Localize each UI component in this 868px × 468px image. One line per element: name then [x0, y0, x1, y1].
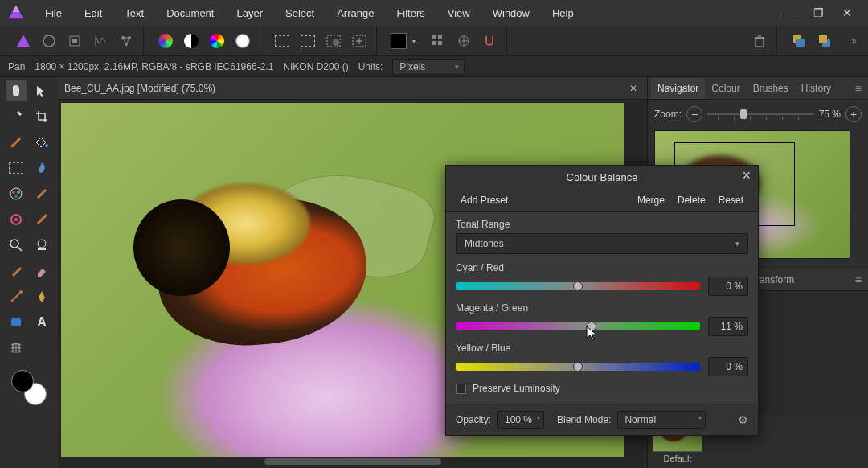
panel2-menu-icon[interactable]: ≡	[852, 273, 865, 286]
units-dropdown[interactable]: Pixels	[392, 59, 465, 75]
menu-select[interactable]: Select	[276, 2, 324, 24]
blend-mode-dropdown[interactable]: Normal	[617, 411, 706, 429]
arrange-front-icon[interactable]	[788, 31, 809, 51]
contrast-icon[interactable]	[181, 31, 202, 51]
svg-point-24	[12, 191, 15, 194]
eraser-tool-icon[interactable]	[31, 261, 52, 281]
cyan-red-slider[interactable]	[456, 282, 700, 290]
smudge-tool-icon[interactable]	[31, 158, 52, 179]
color-swatches[interactable]	[11, 370, 47, 405]
merge-button[interactable]: Merge	[631, 191, 671, 209]
text-tool-icon[interactable]: A	[31, 312, 52, 333]
menu-help[interactable]: Help	[542, 2, 583, 24]
tonal-range-label: Tonal Range	[456, 219, 748, 230]
gradient-tool-icon[interactable]	[31, 235, 52, 256]
mesh-warp-icon[interactable]	[6, 338, 27, 359]
foreground-color-swatch[interactable]	[11, 370, 34, 392]
menu-document[interactable]: Document	[157, 2, 223, 24]
add-preset-button[interactable]: Add Preset	[454, 191, 514, 209]
grid-icon[interactable]	[428, 31, 448, 51]
window-minimize-button[interactable]: —	[780, 3, 799, 23]
menu-edit[interactable]: Edit	[75, 2, 112, 24]
vector-brush-icon[interactable]	[6, 286, 27, 307]
clone-brush-icon[interactable]	[31, 183, 52, 204]
yellow-blue-slider[interactable]	[456, 363, 700, 371]
zoom-out-button[interactable]: −	[686, 106, 702, 122]
panel-menu-icon[interactable]: ≡	[852, 82, 865, 95]
pen-tool-icon[interactable]	[6, 261, 27, 281]
arrange-back-icon[interactable]	[814, 31, 835, 51]
hue-wheel-icon[interactable]	[207, 31, 227, 51]
fill-swatch-dropdown[interactable]: ▾	[388, 31, 409, 51]
dialog-settings-icon[interactable]: ⚙	[738, 413, 748, 426]
zoom-in-button[interactable]: +	[845, 106, 862, 122]
menu-view[interactable]: View	[438, 2, 480, 24]
opacity-dropdown[interactable]: 100 %	[497, 411, 544, 429]
window-maximize-button[interactable]: ❐	[809, 3, 828, 23]
healing-brush-icon[interactable]	[6, 209, 27, 230]
move-tool-icon[interactable]	[31, 80, 52, 101]
svg-rect-33	[11, 318, 21, 326]
horizontal-scrollbar[interactable]	[264, 458, 441, 465]
svg-rect-13	[438, 35, 442, 39]
svg-rect-21	[819, 35, 827, 43]
channels-icon[interactable]	[155, 31, 176, 51]
svg-rect-31	[38, 248, 46, 250]
persona-liquify-icon[interactable]	[39, 31, 59, 51]
crop-tool-icon[interactable]	[31, 106, 52, 127]
document-tab[interactable]: Bee_CU_AA.jpg [Modified] (75.0%)	[64, 83, 626, 94]
svg-point-30	[38, 240, 46, 248]
persona-photo-icon[interactable]	[13, 31, 34, 51]
document-tab-close-icon[interactable]: ✕	[626, 83, 641, 94]
zoom-tool-icon[interactable]	[6, 235, 27, 256]
menu-filters[interactable]: Filters	[387, 2, 434, 24]
selection-refine-icon[interactable]	[349, 31, 370, 51]
tab-brushes[interactable]: Brushes	[747, 78, 795, 99]
toolbar-overflow-icon[interactable]: »	[846, 35, 862, 47]
cyan-red-value[interactable]: 0 %	[708, 277, 748, 296]
trash-icon[interactable]	[749, 31, 770, 51]
delete-button[interactable]: Delete	[671, 191, 712, 209]
dialog-titlebar[interactable]: Colour Balance ✕	[446, 166, 758, 188]
yellow-blue-value[interactable]: 0 %	[708, 357, 748, 376]
preserve-luminosity-checkbox[interactable]	[456, 384, 466, 394]
menu-file[interactable]: File	[35, 2, 72, 24]
tonal-range-dropdown[interactable]: Midtones	[456, 233, 748, 254]
persona-export-icon[interactable]	[116, 31, 137, 51]
tab-colour[interactable]: Colour	[705, 78, 746, 99]
magnet-icon[interactable]	[479, 31, 500, 51]
zoom-slider[interactable]	[707, 109, 814, 120]
menubar: File Edit Text Document Layer Select Arr…	[0, 0, 868, 26]
tool-mode-label: Pan	[8, 61, 25, 72]
tab-history[interactable]: History	[795, 78, 837, 99]
menu-arrange[interactable]: Arrange	[327, 2, 383, 24]
window-close-button[interactable]: ✕	[837, 3, 857, 23]
soft-proof-icon[interactable]	[232, 31, 253, 51]
magenta-green-value[interactable]: 11 %	[708, 317, 748, 336]
dialog-close-icon[interactable]: ✕	[742, 169, 751, 182]
camera-info-label: NIKON D200 ()	[283, 61, 348, 72]
reset-button[interactable]: Reset	[712, 191, 750, 209]
inpaint-tool-icon[interactable]	[31, 209, 52, 230]
menu-window[interactable]: Window	[483, 2, 539, 24]
nib-tool-icon[interactable]	[31, 286, 52, 307]
hand-tool-icon[interactable]	[6, 80, 27, 101]
color-picker-icon[interactable]	[6, 106, 27, 127]
mixer-brush-icon[interactable]	[6, 183, 27, 204]
persona-develop-icon[interactable]	[64, 31, 85, 51]
tab-navigator[interactable]: Navigator	[651, 78, 705, 99]
marquee-tool-icon[interactable]	[6, 158, 27, 179]
magenta-green-slider[interactable]	[456, 322, 700, 330]
menu-layer[interactable]: Layer	[227, 2, 272, 24]
paint-brush-icon[interactable]	[6, 132, 27, 153]
svg-rect-19	[796, 39, 805, 47]
snap-icon[interactable]	[453, 31, 474, 51]
selection-ellipse-icon[interactable]	[297, 31, 318, 51]
selection-rect-icon[interactable]	[272, 31, 293, 51]
selection-quick-icon[interactable]	[323, 31, 344, 51]
rectangle-shape-icon[interactable]	[6, 312, 27, 333]
opacity-label: Opacity:	[456, 414, 491, 425]
flood-fill-icon[interactable]	[31, 132, 52, 153]
menu-text[interactable]: Text	[115, 2, 154, 24]
persona-tone-icon[interactable]	[90, 31, 111, 51]
